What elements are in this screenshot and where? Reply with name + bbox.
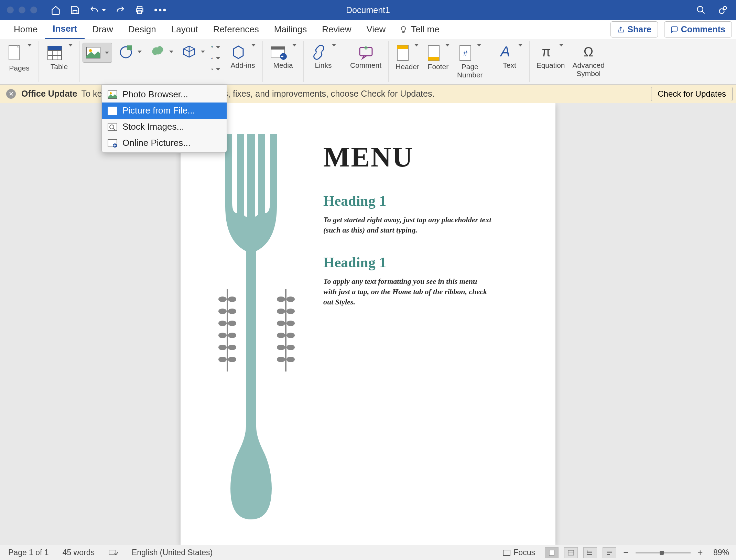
advanced-symbol-button[interactable]: Ω Advanced Symbol xyxy=(571,43,607,79)
spellcheck-button[interactable] xyxy=(108,549,118,557)
tab-view[interactable]: View xyxy=(359,20,393,39)
tab-bar: Home Insert Draw Design Layout Reference… xyxy=(0,20,736,39)
save-icon[interactable] xyxy=(70,5,80,15)
chevron-down-icon xyxy=(28,44,32,46)
maximize-window-button[interactable] xyxy=(30,7,37,13)
shapes-button[interactable] xyxy=(116,43,144,61)
document-page[interactable]: MENU Heading 1 To get started right away… xyxy=(181,103,555,545)
header-icon xyxy=(396,44,410,62)
screenshot-button[interactable] xyxy=(211,65,220,74)
icons-button[interactable] xyxy=(148,43,175,61)
svg-rect-23 xyxy=(213,58,213,59)
doc-heading-1[interactable]: Heading 1 xyxy=(323,193,495,209)
header-button[interactable]: Header xyxy=(393,43,421,72)
home-icon[interactable] xyxy=(51,5,61,15)
tab-insert[interactable]: Insert xyxy=(45,20,85,39)
lightbulb-icon xyxy=(399,25,408,34)
doc-heading-2[interactable]: Heading 1 xyxy=(323,254,495,271)
text-button[interactable]: A Text xyxy=(495,43,524,71)
svg-point-55 xyxy=(218,333,227,338)
page-number-button[interactable]: # Page Number xyxy=(455,43,485,80)
document-canvas[interactable]: MENU Heading 1 To get started right away… xyxy=(0,103,736,545)
web-layout-view-button[interactable] xyxy=(564,547,578,558)
svg-point-54 xyxy=(228,321,236,326)
media-button[interactable]: Media xyxy=(268,43,299,71)
print-icon[interactable] xyxy=(135,5,144,15)
smartart-button[interactable] xyxy=(211,43,220,52)
comment-button[interactable]: Comment xyxy=(348,43,383,71)
chevron-down-icon xyxy=(445,44,450,46)
svg-point-3 xyxy=(697,7,703,12)
doc-menu-title[interactable]: MENU xyxy=(323,141,531,173)
tab-design[interactable]: Design xyxy=(121,20,164,39)
close-window-button[interactable] xyxy=(7,7,14,13)
svg-rect-27 xyxy=(271,47,285,50)
addins-button[interactable]: Add-ins xyxy=(228,43,258,71)
zoom-out-button[interactable]: − xyxy=(622,549,630,557)
undo-dropdown-icon[interactable] xyxy=(102,9,106,11)
undo-icon[interactable] xyxy=(89,5,99,15)
print-layout-view-button[interactable] xyxy=(545,547,559,558)
check-updates-button[interactable]: Check for Updates xyxy=(651,87,733,101)
chevron-down-icon xyxy=(169,51,173,53)
language-status[interactable]: English (United States) xyxy=(132,548,213,557)
doc-paragraph-2[interactable]: To apply any text formatting you see in … xyxy=(323,276,495,307)
focus-mode-button[interactable]: Focus xyxy=(502,548,535,557)
svg-rect-19 xyxy=(212,46,213,47)
close-notification-button[interactable]: ✕ xyxy=(6,89,16,99)
redo-icon[interactable] xyxy=(116,5,125,15)
share-button[interactable]: Share xyxy=(610,21,658,37)
links-button[interactable]: Links xyxy=(309,43,338,71)
tab-home[interactable]: Home xyxy=(6,20,45,39)
picture-from-file-item[interactable]: Picture from File... xyxy=(102,103,227,119)
zoom-level[interactable]: 89% xyxy=(713,548,729,557)
tab-layout[interactable]: Layout xyxy=(164,20,206,39)
svg-rect-43 xyxy=(108,123,117,131)
page-count[interactable]: Page 1 of 1 xyxy=(8,548,49,557)
tab-mailings[interactable]: Mailings xyxy=(267,20,314,39)
picture-from-file-label: Picture from File... xyxy=(122,105,195,116)
addins-label: Add-ins xyxy=(230,61,255,69)
photo-browser-item[interactable]: Photo Browser... xyxy=(102,86,227,103)
print-layout-icon xyxy=(548,549,555,556)
table-button[interactable]: Table xyxy=(44,43,75,72)
zoom-slider-thumb[interactable] xyxy=(660,551,664,555)
equation-button[interactable]: π Equation xyxy=(534,43,567,71)
search-icon[interactable] xyxy=(696,5,706,15)
text-box-icon: A xyxy=(497,44,513,61)
stock-images-item[interactable]: Stock Images... xyxy=(102,119,227,135)
tab-references[interactable]: References xyxy=(206,20,267,39)
svg-point-49 xyxy=(218,297,227,302)
pages-button[interactable]: Pages xyxy=(5,43,34,74)
stock-images-icon xyxy=(107,122,118,131)
zoom-slider[interactable] xyxy=(636,552,691,553)
doc-paragraph-1[interactable]: To get started right away, just tap any … xyxy=(323,215,495,235)
notifications-icon[interactable] xyxy=(718,5,728,15)
tab-review[interactable]: Review xyxy=(314,20,359,39)
chart-button[interactable] xyxy=(211,54,220,63)
minimize-window-button[interactable] xyxy=(19,7,25,13)
svg-rect-7 xyxy=(9,45,19,60)
word-count[interactable]: 45 words xyxy=(63,548,95,557)
media-label: Media xyxy=(273,61,293,69)
svg-point-84 xyxy=(587,554,588,555)
svg-point-73 xyxy=(286,357,295,362)
tell-me-search[interactable]: Tell me xyxy=(399,24,439,35)
svg-point-66 xyxy=(277,321,285,326)
draft-view-button[interactable] xyxy=(603,547,616,558)
more-icon[interactable]: ••• xyxy=(154,4,167,15)
outline-view-button[interactable] xyxy=(583,547,597,558)
svg-point-82 xyxy=(587,550,588,551)
chevron-down-icon xyxy=(292,44,296,46)
svg-rect-76 xyxy=(549,550,554,556)
zoom-in-button[interactable]: + xyxy=(696,549,704,557)
3d-models-button[interactable] xyxy=(180,43,207,61)
online-pictures-item[interactable]: Online Pictures... xyxy=(102,135,227,151)
chevron-down-icon xyxy=(68,44,73,46)
picture-from-file-icon xyxy=(107,106,118,115)
pictures-button[interactable] xyxy=(83,43,112,63)
tab-draw[interactable]: Draw xyxy=(85,20,121,39)
window-controls xyxy=(7,7,37,13)
comments-button[interactable]: Comments xyxy=(664,21,732,37)
footer-button[interactable]: Footer xyxy=(425,43,452,72)
